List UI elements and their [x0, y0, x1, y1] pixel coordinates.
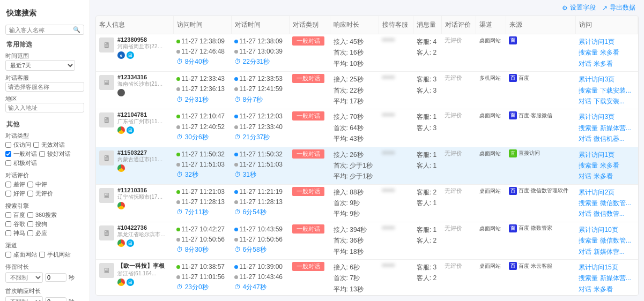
source-cell: 百 百度·客服微信 [506, 109, 575, 147]
search-input[interactable] [9, 27, 73, 33]
response-line-0: 接入: 45秒 [334, 36, 376, 47]
channel-cell: 桌面网站 [476, 147, 506, 184]
checkbox-mobile[interactable] [39, 252, 45, 258]
visit-count: 累计访问2页 [579, 187, 634, 198]
export-icon: ↗ [602, 4, 608, 12]
checkbox-desktop[interactable] [5, 252, 11, 258]
monitor-icon: 🖥 [99, 150, 114, 165]
visitor-cell: 🖥 #12380958 河南省周丘市(223.89... e⊞ [96, 34, 173, 72]
visitor-id: #11210316 [117, 187, 166, 193]
mobile-label: 手机网站 [47, 251, 71, 259]
rating-cell: 无评价 [441, 109, 476, 147]
table-row[interactable]: 🖥 #12104781 广东省广州市(113.11... ⊞ 11-27 12:… [96, 109, 638, 147]
table-row[interactable]: 🖥 #10422736 黑龙江省哈尔滨市(42... ⊞ 11-27 10:42… [96, 222, 638, 259]
source-cell: 百 [506, 34, 575, 72]
checkbox-mid-rating[interactable] [27, 182, 33, 187]
checkbox-shenma[interactable] [5, 230, 11, 236]
visit-duration: ⏱ 8分40秒 [176, 57, 228, 67]
main-content: ⚙ 设置字段 ↗ 导出数据 客人信息 访问时间 对话时间 对话类别 响应时长 接… [90, 0, 644, 301]
channel-value: 桌面网站 [479, 37, 501, 43]
checkbox-general[interactable] [5, 151, 11, 157]
search-box[interactable]: 🔍 [5, 25, 84, 35]
search-icon: 🔍 [73, 26, 80, 33]
stay-duration-select[interactable]: 不限制 [5, 272, 43, 283]
checkbox-positive[interactable] [5, 160, 11, 166]
col-dialog-type: 对话类别 [289, 16, 330, 34]
engine-row-1: 百度 360搜索 [5, 211, 84, 219]
sidebar-title: 快速搜索 [0, 5, 90, 22]
dialog-time-2: 11-27 12:33:40 [239, 123, 283, 131]
source-text: 直接访问 [519, 149, 540, 157]
table-row[interactable]: 🖥 #11503227 内蒙古通辽市(110.10... 11-27 11:50… [96, 147, 638, 184]
source-text: 百度 [519, 74, 529, 82]
checkbox-invalid[interactable] [33, 142, 39, 148]
visitor-location: 辽宁省抚顺市(175.17... [117, 193, 166, 201]
dialog-time-1: 11-27 12:12:03 [239, 112, 283, 120]
export-button[interactable]: ↗ 导出数据 [602, 3, 635, 12]
table-row[interactable]: 🖥 【欧一科技】李根 浙江省(61.164... ⊞ 11-27 10:38:5… [96, 260, 638, 296]
source-cell: 百 百度·米云客服 [506, 260, 575, 296]
visitor-id: #12334316 [117, 74, 166, 80]
visitor-location: 广东省广州市(113.11... [117, 118, 166, 125]
response-cell: 接入: 70秒首次: 64秒平均: 43秒 [330, 109, 379, 147]
visitor-browser-icons: ⊞ [117, 126, 166, 134]
col-visit: 访问 [575, 16, 638, 34]
checkbox-google[interactable] [5, 221, 11, 227]
source-baidu-icon: 百 [509, 187, 517, 195]
messages-cell: 客服: 1 客人: 3 [413, 109, 441, 147]
visitor-cell: 🖥 #10422736 黑龙江省哈尔滨市(42... ⊞ [96, 222, 173, 259]
visitor-cell: 🖥 【欧一科技】李根 浙江省(61.164... ⊞ [96, 260, 173, 296]
source-text: 百度·微数管家 [519, 224, 552, 232]
checkbox-good-rating[interactable] [5, 191, 11, 197]
stay-duration-input[interactable] [45, 273, 66, 282]
invalid-label: 无效对话 [41, 141, 65, 149]
table-row[interactable]: 🖥 #12380958 河南省周丘市(223.89... e⊞ 11-27 12… [96, 34, 638, 72]
dialog-time-2: 11-27 12:41:59 [239, 85, 283, 93]
checkbox-sogou[interactable] [27, 221, 33, 227]
dialog-time-2: 11-27 10:50:56 [239, 236, 283, 243]
dialog-time-2: 11-27 11:51:03 [239, 161, 283, 168]
messages-cell: 客服: 1 客人: 1 [413, 147, 441, 184]
visit-time-1: 11-27 12:10:47 [181, 112, 225, 120]
agent-avatar: ●●●● [382, 224, 410, 230]
checkbox-visit-only[interactable] [5, 142, 11, 148]
settings-icon: ⚙ [562, 4, 568, 12]
dialog-time-1: 11-27 11:50:32 [239, 150, 283, 158]
checkbox-bing[interactable] [27, 230, 33, 236]
visit-time-cell: 11-27 11:21:03 11-27 11:28:13 ⏱ 7分11秒 [173, 184, 231, 222]
checkbox-360[interactable] [27, 212, 33, 218]
reply-duration-label: 首次响应时长 [5, 287, 84, 295]
response-line-2: 平均: 10秒 [334, 58, 376, 69]
table-row[interactable]: 🖥 #12334316 海南省长沙市(210.12... 11-27 12:33… [96, 72, 638, 109]
visit-dialogs: 对话 下载安装... [579, 96, 634, 107]
rating-cell: 无评价 [441, 34, 476, 72]
visit-time-cell: 11-27 10:42:27 11-27 10:50:56 ⏱ 8分30秒 [173, 222, 231, 259]
reply-duration-select[interactable]: 不限制 [5, 296, 43, 301]
dialog-time-2: 11-27 11:28:13 [239, 198, 283, 206]
reply-duration-input[interactable] [45, 297, 66, 301]
visit-cell: 累计访问1页 搜索量 米多看 对话 米多看 [575, 34, 638, 72]
engine-row-2: 谷歌 搜狗 [5, 220, 84, 228]
time-range-select[interactable]: 最近7天 最近1天 最近30天 自定义 [5, 60, 75, 71]
table-row[interactable]: 🖥 #11210316 辽宁省抚顺市(175.17... 11-27 11:21… [96, 184, 638, 222]
response-line-0: 接入: 6秒 [334, 262, 376, 273]
region-input[interactable] [5, 103, 84, 112]
channel-value: 桌面网站 [479, 150, 501, 156]
google-label: 谷歌 [13, 220, 25, 228]
messages-visitor: 客人: 3 [417, 123, 438, 133]
checkbox-good[interactable] [39, 151, 45, 157]
messages-cell: 客服: 2 客人: 1 [413, 184, 441, 222]
response-line-2: 平均: 17秒 [334, 96, 376, 107]
checkbox-baidu[interactable] [5, 212, 11, 218]
dialog-time-2: 11-27 13:00:39 [239, 48, 283, 55]
visit-dialogs: 对话 新媒体营... [579, 246, 634, 257]
visit-time-1: 11-27 11:21:03 [181, 188, 225, 195]
channel-value: 桌面网站 [479, 188, 501, 194]
checkbox-bad-rating[interactable] [5, 182, 11, 187]
checkbox-no-rating[interactable] [27, 191, 33, 197]
dialog-type-cell: 一般对话 [289, 72, 330, 109]
customer-service-input[interactable] [5, 82, 84, 92]
visit-duration: ⏱ 2分31秒 [176, 95, 228, 105]
settings-button[interactable]: ⚙ 设置字段 [562, 3, 596, 12]
monitor-icon: 🖥 [99, 75, 114, 90]
